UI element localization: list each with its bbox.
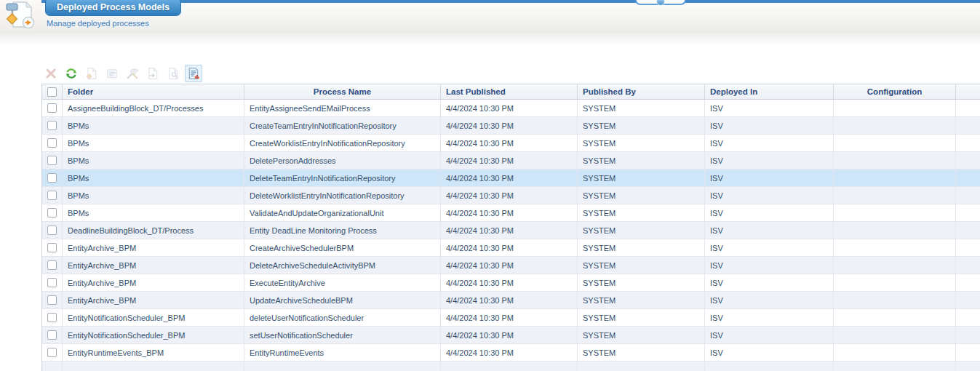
cell-published-by: SYSTEM bbox=[578, 239, 705, 256]
row-checkbox[interactable] bbox=[47, 173, 57, 183]
cell-published-by: SYSTEM bbox=[578, 187, 705, 204]
row-checkbox-cell bbox=[42, 152, 63, 169]
row-checkbox[interactable] bbox=[47, 348, 57, 357]
cell-folder: BPMs bbox=[63, 117, 244, 134]
row-checkbox[interactable] bbox=[47, 156, 57, 165]
table-row[interactable]: BPMsCreateTeamEntryInNotificationReposit… bbox=[42, 117, 980, 135]
row-checkbox[interactable] bbox=[47, 243, 57, 252]
page-title-tab[interactable]: Deployed Process Models bbox=[45, 0, 181, 16]
column-header-process-name[interactable]: Process Name bbox=[244, 84, 441, 99]
cell-process: DeleteWorklistEntryInNotificationReposit… bbox=[244, 187, 441, 204]
cell-published-by: SYSTEM bbox=[578, 222, 705, 239]
cell-deployed-in: ISV bbox=[705, 344, 834, 361]
cell-last-published: 4/4/2024 10:30 PM bbox=[441, 327, 578, 343]
edit-document-icon[interactable] bbox=[164, 65, 182, 82]
column-header-deployed-in[interactable]: Deployed In bbox=[705, 84, 834, 99]
cell-process: CreateWorklistEntryInNotificationReposit… bbox=[244, 135, 441, 151]
cell-last-published: 4/4/2024 10:30 PM bbox=[441, 274, 578, 291]
cell-deployed-in: ISV bbox=[705, 239, 834, 256]
app-icon-panel bbox=[0, 0, 41, 31]
table-row[interactable]: EntityNotificationScheduler_BPMsetUserNo… bbox=[42, 327, 980, 344]
cell-deployed-in: ISV bbox=[705, 169, 834, 186]
cell-deployed-in: ISV bbox=[705, 327, 834, 343]
cell-last-published: 4/4/2024 10:30 PM bbox=[441, 257, 578, 274]
cell-deployed-in: ISV bbox=[705, 100, 834, 116]
row-checkbox[interactable] bbox=[47, 208, 57, 218]
table-row[interactable]: BPMsValidateAndUpdateOrganizationalUnit4… bbox=[42, 204, 980, 222]
cell-deployed-in: ISV bbox=[705, 152, 834, 169]
column-header-folder[interactable]: Folder bbox=[63, 84, 244, 99]
row-checkbox-cell bbox=[42, 117, 63, 134]
deployed-process-models-screen: Deployed Process Models Manage deployed … bbox=[0, 0, 980, 371]
cell-published-by: SYSTEM bbox=[578, 117, 705, 134]
cell-process: DeleteArchiveScheduleActivityBPM bbox=[244, 257, 441, 274]
table-row[interactable]: BPMsCreateWorklistEntryInNotificationRep… bbox=[42, 135, 980, 152]
row-checkbox[interactable] bbox=[47, 295, 57, 305]
row-checkbox-cell bbox=[42, 292, 63, 308]
cell-configuration bbox=[834, 135, 956, 151]
row-checkbox[interactable] bbox=[47, 121, 57, 130]
page-title: Deployed Process Models bbox=[57, 2, 170, 12]
properties-icon[interactable] bbox=[103, 65, 121, 82]
delete-icon[interactable] bbox=[42, 65, 60, 82]
cell-configuration bbox=[834, 344, 956, 361]
row-checkbox[interactable] bbox=[47, 138, 57, 148]
page-subtitle: Manage deployed processes bbox=[47, 19, 149, 28]
table-row[interactable]: EntityArchive_BPMCreateArchiveSchedulerB… bbox=[42, 239, 980, 257]
select-all-checkbox[interactable] bbox=[47, 87, 57, 97]
select-all-cell bbox=[42, 84, 63, 99]
table-row[interactable]: AssigneeBuildingBlock_DT/ProcessesEntity… bbox=[42, 100, 980, 117]
table-row[interactable]: EntityNotificationScheduler_BPMdeleteUse… bbox=[42, 309, 980, 327]
cell-folder: EntityNotificationScheduler_BPM bbox=[63, 309, 244, 326]
cell-published-by: SYSTEM bbox=[578, 204, 705, 221]
cell-folder: EntityArchive_BPM bbox=[63, 239, 244, 256]
table-row[interactable]: BPMsDeletePersonAddresses4/4/2024 10:30 … bbox=[42, 152, 980, 169]
refresh-icon[interactable] bbox=[63, 65, 80, 82]
panel-collapse-handle[interactable] bbox=[635, 0, 686, 5]
cell-extra bbox=[956, 239, 980, 256]
collapse-arrow-icon bbox=[656, 0, 665, 6]
table-row[interactable]: BPMsDeleteTeamEntryInNotificationReposit… bbox=[42, 169, 980, 187]
cell-extra bbox=[956, 344, 980, 361]
column-header-last-published[interactable]: Last Published bbox=[441, 84, 578, 99]
table-row[interactable]: EntityRuntimeEvents_BPMEntityRuntimeEven… bbox=[42, 344, 980, 362]
cell-configuration bbox=[834, 274, 956, 291]
row-checkbox-cell bbox=[42, 257, 63, 274]
cell-extra bbox=[956, 309, 980, 326]
cell-configuration bbox=[834, 309, 956, 326]
table-row[interactable]: EntityArchive_BPMDeleteArchiveScheduleAc… bbox=[42, 257, 980, 274]
cell-deployed-in: ISV bbox=[705, 135, 834, 151]
table-row[interactable]: EntityArchive_BPMExecuteEntityArchive4/4… bbox=[42, 274, 980, 292]
column-header-configuration[interactable]: Configuration bbox=[834, 84, 956, 99]
report-log-icon[interactable] bbox=[185, 65, 202, 82]
row-checkbox-cell bbox=[42, 187, 63, 204]
cell-last-published: 4/4/2024 10:30 PM bbox=[441, 292, 578, 308]
table-row[interactable]: BPMsDeleteWorklistEntryInNotificationRep… bbox=[42, 187, 980, 204]
row-checkbox[interactable] bbox=[47, 191, 57, 200]
row-checkbox[interactable] bbox=[47, 226, 57, 235]
cell-folder: BPMs bbox=[63, 152, 244, 169]
row-checkbox-cell bbox=[42, 222, 63, 239]
row-checkbox[interactable] bbox=[47, 260, 57, 270]
tools-icon[interactable] bbox=[124, 65, 141, 82]
row-checkbox[interactable] bbox=[47, 278, 57, 287]
new-process-icon[interactable] bbox=[83, 65, 100, 82]
cell-folder: EntityRuntimeEvents_BPM bbox=[63, 344, 244, 361]
row-checkbox[interactable] bbox=[47, 313, 57, 322]
cell-published-by: SYSTEM bbox=[578, 292, 705, 308]
column-header-published-by[interactable]: Published By bbox=[578, 84, 705, 99]
view-document-icon[interactable] bbox=[144, 65, 162, 82]
cell-folder: AssigneeBuildingBlock_DT/Processes bbox=[63, 100, 244, 116]
cell-process: setUserNotificationScheduler bbox=[244, 327, 441, 343]
cell-process: ValidateAndUpdateOrganizationalUnit bbox=[244, 204, 441, 221]
row-checkbox[interactable] bbox=[47, 330, 57, 340]
table-row[interactable]: EntityArchive_BPMUpdateArchiveScheduleBP… bbox=[42, 292, 980, 309]
cell-last-published: 4/4/2024 10:30 PM bbox=[441, 117, 578, 134]
row-checkbox[interactable] bbox=[47, 103, 57, 113]
table-row[interactable]: DeadlineBuildingBlock_DT/ProcessEntity D… bbox=[42, 222, 980, 239]
cell-folder: EntityArchive_BPM bbox=[63, 274, 244, 291]
cell-folder: EntityArchive_BPM bbox=[63, 292, 244, 308]
cell-configuration bbox=[834, 222, 956, 239]
cell-process: ExecuteEntityArchive bbox=[244, 274, 441, 291]
cell-last-published: 4/4/2024 10:30 PM bbox=[441, 344, 578, 361]
